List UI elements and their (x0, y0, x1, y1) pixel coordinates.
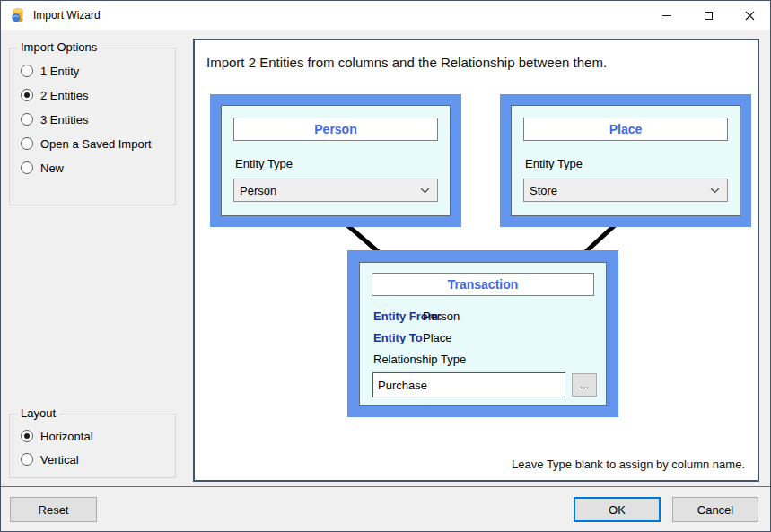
layout-group: Layout Horizontal Vertical (9, 414, 176, 478)
relationship-panel: Transaction Entity From: Person Entity T… (359, 262, 607, 406)
footer-divider (1, 486, 770, 487)
entity-type-select-person[interactable]: Person (233, 179, 438, 202)
radio-label: 3 Entities (40, 113, 88, 126)
radio-icon (21, 113, 33, 126)
import-options-list: 1 Entity 2 Entities 3 Entities Open a Sa… (10, 48, 175, 176)
radio-selected-icon (21, 430, 33, 442)
relationship-box-transaction: Transaction Entity From: Person Entity T… (347, 250, 618, 417)
layout-group-label: Layout (17, 406, 59, 420)
radio-horizontal[interactable]: Horizontal (21, 428, 175, 444)
minimize-icon (662, 15, 671, 16)
radio-label: New (40, 161, 64, 175)
maximize-button[interactable] (688, 1, 729, 30)
radio-2-entities[interactable]: 2 Entities (21, 87, 175, 103)
canvas-footnote: Leave Type blank to assign by column nam… (512, 458, 745, 471)
entity-type-label: Entity Type (235, 157, 293, 170)
radio-open-saved-import[interactable]: Open a Saved Import (21, 135, 175, 152)
entity-to-value: Place (423, 331, 452, 344)
entity-panel: Person Entity Type Person (221, 105, 451, 216)
import-wizard-dialog: Import Wizard Import Options 1 Entity (0, 0, 771, 532)
import-canvas: Import 2 Entities from columns and the R… (193, 39, 759, 482)
radio-icon (21, 453, 33, 466)
chevron-down-icon (420, 188, 430, 194)
relationship-type-input[interactable] (372, 372, 565, 397)
entity-from-value: Person (423, 310, 460, 323)
entity-box-place: Place Entity Type Store (500, 94, 751, 227)
radio-icon (21, 65, 33, 77)
chevron-down-icon (710, 188, 720, 194)
close-button[interactable] (729, 1, 770, 30)
relationship-type-label: Relationship Type (373, 353, 466, 366)
window-title: Import Wizard (33, 9, 101, 22)
titlebar: Import Wizard (1, 1, 770, 30)
relationship-title: Transaction (372, 273, 594, 296)
layout-options-list: Horizontal Vertical (10, 414, 175, 467)
radio-label: 1 Entity (40, 65, 79, 78)
browse-button[interactable]: ... (572, 373, 597, 397)
database-icon (10, 7, 26, 23)
entity-to-label: Entity To: (373, 331, 426, 344)
radio-icon (21, 137, 33, 150)
combo-value: Store (530, 184, 710, 197)
radio-label: Open a Saved Import (40, 137, 152, 151)
import-options-group: Import Options 1 Entity 2 Entities 3 Ent… (9, 48, 176, 205)
entity-type-select-place[interactable]: Store (523, 179, 728, 202)
radio-new[interactable]: New (21, 160, 175, 176)
radio-label: 2 Entities (40, 89, 88, 102)
radio-vertical[interactable]: Vertical (21, 451, 175, 467)
import-options-group-label: Import Options (17, 40, 101, 54)
radio-label: Vertical (40, 453, 79, 467)
entity-title-person: Person (233, 118, 438, 141)
close-icon (745, 11, 755, 21)
radio-1-entity[interactable]: 1 Entity (21, 63, 175, 79)
window-controls (646, 1, 770, 30)
entity-panel: Place Entity Type Store (511, 105, 740, 216)
cancel-button[interactable]: Cancel (672, 497, 758, 522)
ok-button[interactable]: OK (574, 497, 661, 522)
entity-title-place: Place (523, 118, 728, 141)
radio-icon (21, 161, 33, 174)
maximize-icon (705, 12, 713, 20)
reset-button[interactable]: Reset (10, 497, 97, 522)
combo-value: Person (240, 184, 420, 197)
minimize-button[interactable] (646, 1, 688, 30)
radio-label: Horizontal (40, 430, 93, 443)
radio-selected-icon (21, 89, 33, 101)
radio-3-entities[interactable]: 3 Entities (21, 111, 175, 127)
entity-type-label: Entity Type (525, 157, 583, 170)
entity-box-person: Person Entity Type Person (210, 94, 461, 227)
